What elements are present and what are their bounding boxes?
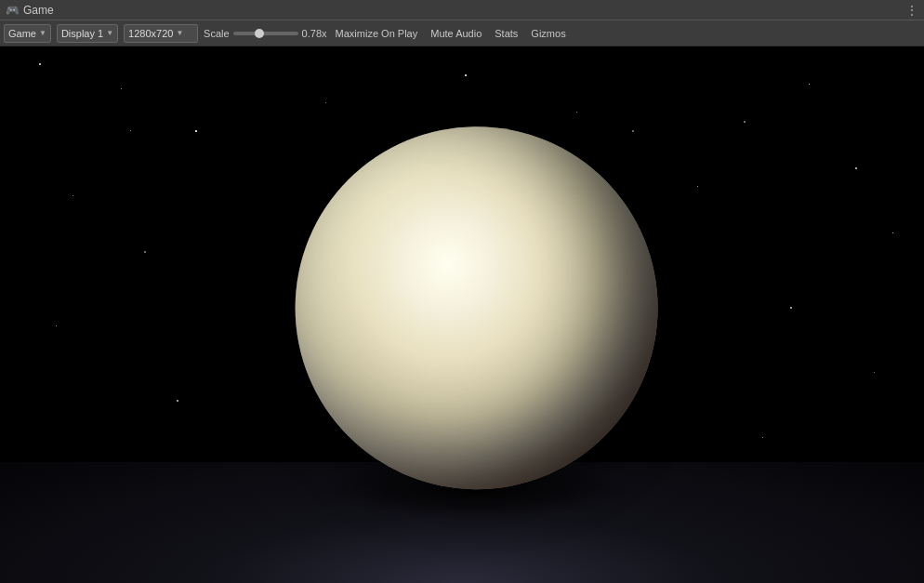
star [809, 84, 810, 85]
toolbar: Game ▼ Display 1 ▼ 1280x720 ▼ Scale 0.78… [0, 20, 924, 46]
star [325, 102, 326, 103]
scale-slider[interactable] [233, 32, 298, 35]
star [144, 251, 146, 253]
star [855, 167, 857, 169]
star [790, 307, 792, 309]
star [130, 130, 131, 131]
display-dropdown[interactable]: Display 1 ▼ [57, 24, 118, 43]
title-bar: 🎮 Game ⋮ [0, 0, 924, 20]
game-dropdown-arrow: ▼ [39, 29, 46, 37]
star [195, 130, 197, 132]
game-tab-icon: 🎮 [6, 4, 20, 17]
scale-label: Scale [204, 28, 230, 39]
resolution-dropdown-arrow: ▼ [176, 29, 183, 37]
game-viewport [0, 46, 924, 583]
title-bar-label: Game [23, 4, 54, 17]
star [121, 88, 122, 89]
star [39, 63, 41, 65]
star [73, 195, 73, 196]
stats-button[interactable]: Stats [489, 24, 523, 43]
gizmos-button[interactable]: Gizmos [525, 24, 571, 43]
star [56, 325, 57, 326]
planet-sphere [296, 126, 658, 489]
star [177, 400, 178, 402]
star [697, 186, 698, 187]
scale-value: 0.78x [302, 28, 328, 39]
star [576, 112, 577, 113]
game-dropdown[interactable]: Game ▼ [4, 24, 51, 43]
star [465, 74, 467, 76]
resolution-dropdown-label: 1280x720 [128, 28, 173, 39]
star [874, 372, 875, 373]
scale-section: Scale 0.78x [204, 28, 328, 39]
display-dropdown-label: Display 1 [61, 28, 103, 39]
title-bar-menu-button[interactable]: ⋮ [905, 3, 918, 18]
star [632, 130, 634, 132]
star [892, 232, 893, 233]
star [744, 121, 746, 123]
star [762, 437, 763, 438]
game-dropdown-label: Game [8, 28, 36, 39]
resolution-dropdown[interactable]: 1280x720 ▼ [124, 24, 198, 43]
mute-audio-button[interactable]: Mute Audio [425, 24, 487, 43]
maximize-on-play-button[interactable]: Maximize On Play [330, 24, 424, 43]
display-dropdown-arrow: ▼ [106, 29, 113, 37]
